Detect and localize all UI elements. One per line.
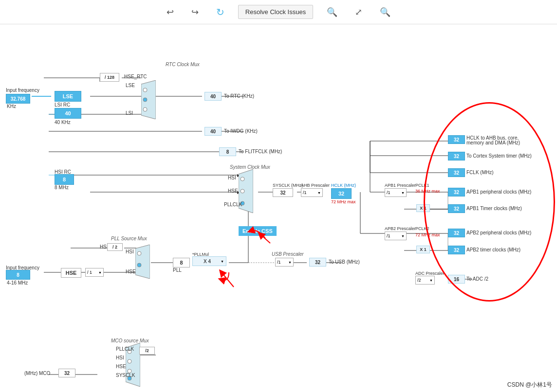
fclk-label: FCLK (MHz)	[466, 170, 494, 175]
hse-div1-dropdown[interactable]: / 1	[85, 268, 104, 277]
svg-point-55	[143, 98, 147, 102]
div128-block[interactable]: / 128	[100, 73, 119, 82]
pclk2-label: PCLK2	[415, 226, 429, 231]
apb1-timer-label: APB1 Timer clocks (MHz)	[466, 206, 522, 211]
search-icon-1[interactable]: 🔍	[323, 5, 341, 19]
resolve-clock-button[interactable]: Resolve Clock Issues	[238, 5, 313, 19]
hsi-mco-label: HSI	[116, 355, 124, 360]
rtc-mux-label: RTC Clock Mux	[166, 62, 200, 67]
usb-out-block: 32	[309, 258, 326, 267]
pll-val-block: 8	[173, 258, 190, 267]
undo-icon[interactable]: ↩	[163, 5, 178, 19]
x4-label: X 4	[195, 259, 220, 264]
adc-prescaler-label: ADC Prescaler	[415, 271, 445, 276]
redo-icon[interactable]: ↪	[187, 5, 203, 19]
iwdg-khz-label: To IWDG (KHz)	[224, 128, 258, 134]
apb1-timer-block: 32	[448, 204, 465, 213]
svg-point-63	[137, 263, 141, 267]
svg-point-54	[143, 88, 147, 92]
apb2-timer-label: APB2 timer clocks (MHz)	[466, 247, 520, 252]
hclk-ahb-label2: memory and DMA (MHz)	[466, 140, 520, 145]
rtc-mux-shape	[141, 80, 156, 119]
sysclk-block: 32	[273, 188, 293, 197]
hsi-sys-label: HSI	[228, 175, 236, 180]
apb2-label: APB2 Prescaler	[385, 226, 416, 231]
lsi-unit-label: 40 KHz	[55, 120, 71, 125]
svg-point-58	[241, 177, 244, 181]
usb-mhz-label: To USB (MHz)	[329, 259, 360, 265]
enable-css-button[interactable]: Enable CSS	[239, 226, 277, 236]
mco-div2-block: /2	[139, 347, 155, 355]
mco-label: (MHz) MCO	[24, 371, 50, 376]
hse-freq-block[interactable]: 8	[6, 270, 30, 280]
lse-block: LSE	[55, 91, 81, 102]
pll-name-label: PLL	[173, 267, 182, 273]
usb-label: USB Prescaler	[272, 251, 304, 257]
sysclk-label: SYSCLK (MHz)	[273, 183, 303, 188]
adc-out-block: 16	[448, 275, 465, 284]
iwdg-out-block: 40	[204, 127, 222, 136]
ahb-prescaler-label: AHB Prescaler	[301, 183, 330, 188]
hse-sys-label: HSE	[228, 188, 238, 194]
pllclk-mco-label: PLLCLK	[116, 346, 134, 352]
cortex-label: To Cortex System timer (MHz)	[466, 153, 532, 159]
pllclk-label: PLLCLK	[224, 202, 242, 207]
pll-mux-label: PLL Source Mux	[111, 236, 147, 241]
search-icon-2[interactable]: 🔍	[376, 5, 394, 19]
svg-point-62	[137, 251, 141, 255]
lsi-rc-block[interactable]: 40	[55, 108, 81, 119]
adc-prescaler-dropdown[interactable]: /2	[415, 276, 435, 285]
flitf-out-block: 8	[219, 147, 236, 156]
lse-mux-label: LSE	[126, 83, 135, 88]
lse-input-label: Input frequency	[6, 88, 39, 93]
hse-unit-label: 4-16 MHz	[7, 280, 28, 285]
toolbar: ↩ ↪ ↻ Resolve Clock Issues 🔍 ⤢ 🔍	[0, 0, 557, 24]
rtc-khz-label: To RTC (KHz)	[224, 93, 254, 99]
mco-out-block: 32	[58, 369, 75, 377]
apb2-periph-label: APB2 peripheral clocks (MHz)	[466, 230, 531, 235]
adc-out-label: To ADC /2	[466, 276, 488, 282]
hclk-label: HCLK (MHz)	[331, 183, 356, 188]
hclk-block: 32	[331, 188, 352, 199]
hclk-max-label: 72 MHz max	[331, 199, 356, 204]
hse-mco-label: HSE	[116, 364, 126, 369]
flitf-mhz-label: To FLITFCLK (MHz)	[239, 149, 282, 154]
hclk-ahb-block: 32	[448, 135, 465, 144]
hsi-unit-label: 8 MHz	[55, 185, 69, 190]
expand-icon[interactable]: ⤢	[351, 5, 366, 19]
hse-block: HSE	[61, 268, 81, 278]
apb1-label: APB1 Prescaler	[385, 183, 416, 188]
lse-freq-block[interactable]: 32.768	[6, 94, 30, 104]
clock-diagram-canvas: Input frequency 32.768 KHz LSE LSI RC 40…	[0, 24, 557, 392]
apb2-prescaler-dropdown[interactable]: /1	[385, 232, 407, 240]
lse-unit-label: KHz	[7, 104, 16, 109]
svg-point-59	[241, 189, 244, 193]
usb-prescaler-dropdown[interactable]: /1	[275, 258, 294, 267]
div2-block[interactable]: / 2	[107, 243, 123, 251]
apb1-periph-block: 32	[448, 188, 465, 196]
lsi-mux-label: LSI	[126, 110, 133, 116]
x1-apb2-block: X 1	[416, 246, 430, 253]
pll-src-mux-shape	[135, 245, 150, 279]
ahb-prescaler-dropdown[interactable]: /1	[301, 188, 323, 197]
apb1-prescaler-dropdown[interactable]: /1	[385, 188, 407, 197]
lsi-rc-label: LSI RC	[55, 102, 70, 107]
rtc-out-block: 40	[204, 92, 222, 101]
hsi-pll-mux-label: HSI	[126, 249, 134, 254]
pclk1-label: PCLK1	[415, 183, 429, 188]
x4-container: X 4 ▼	[192, 256, 226, 266]
pclk2-max-label: 72 MHz max	[415, 232, 440, 237]
hsi-rc-block[interactable]: 8	[55, 174, 74, 185]
pclk1-max-label: 36 MHz max	[415, 189, 440, 194]
apb2-timer-block: 32	[448, 246, 465, 254]
refresh-icon[interactable]: ↻	[212, 4, 228, 20]
fclk-block: 32	[448, 168, 465, 177]
svg-marker-61	[135, 245, 150, 279]
x1-apb1-block: X 1	[416, 204, 430, 212]
footer-text: CSDN @小林1号	[507, 381, 552, 389]
svg-point-66	[128, 359, 131, 363]
hse-pll-mux-label: HSE	[126, 269, 136, 274]
cortex-block: 32	[448, 152, 465, 160]
hse-rtc-label: HSE_RTC	[124, 74, 147, 79]
sysclk-mco-label: SYSCLK	[116, 373, 135, 378]
